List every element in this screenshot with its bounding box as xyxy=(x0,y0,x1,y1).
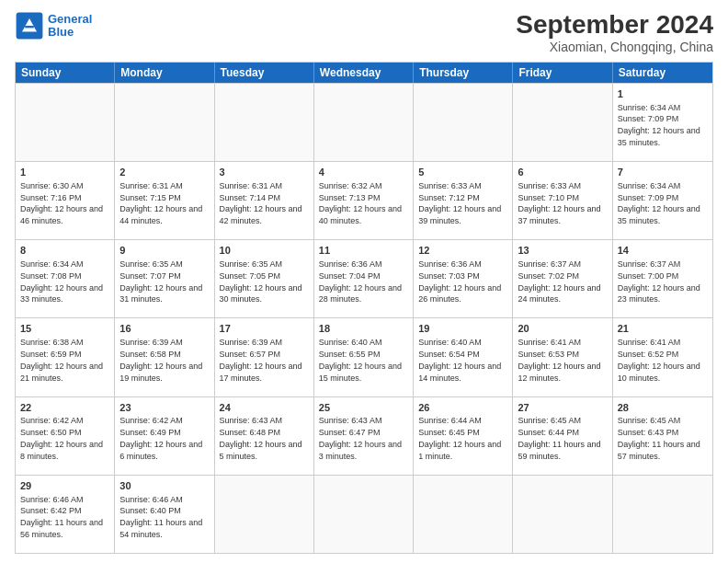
cell-text: Sunrise: 6:32 AMSunset: 7:13 PMDaylight:… xyxy=(319,181,402,225)
cal-cell-w1-d1: 2Sunrise: 6:31 AMSunset: 7:15 PMDaylight… xyxy=(115,162,214,239)
cal-cell-w1-d0: 1Sunrise: 6:30 AMSunset: 7:16 PMDaylight… xyxy=(16,162,115,239)
cal-cell-w5-d0: 29Sunrise: 6:46 AMSunset: 6:42 PMDayligh… xyxy=(16,476,115,553)
header-monday: Monday xyxy=(115,63,214,83)
day-number: 9 xyxy=(119,244,209,258)
cal-cell-w2-d3: 11Sunrise: 6:36 AMSunset: 7:04 PMDayligh… xyxy=(314,240,414,317)
cell-text: Sunrise: 6:36 AMSunset: 7:04 PMDaylight:… xyxy=(319,259,402,304)
cal-cell-w3-d0: 15Sunrise: 6:38 AMSunset: 6:59 PMDayligh… xyxy=(16,318,115,396)
cell-text: Sunrise: 6:46 AMSunset: 6:42 PMDaylight:… xyxy=(20,495,103,539)
header-wednesday: Wednesday xyxy=(314,63,414,83)
cal-cell-w2-d0: 8Sunrise: 6:34 AMSunset: 7:08 PMDaylight… xyxy=(16,240,115,317)
cal-cell-w5-d4 xyxy=(414,476,513,553)
cal-cell-w5-d1: 30Sunrise: 6:46 AMSunset: 6:40 PMDayligh… xyxy=(115,476,214,553)
day-number: 30 xyxy=(119,479,209,493)
cal-cell-w3-d6: 21Sunrise: 6:41 AMSunset: 6:52 PMDayligh… xyxy=(613,318,712,396)
cell-text: Sunrise: 6:33 AMSunset: 7:12 PMDaylight:… xyxy=(418,181,501,225)
cal-cell-w0-d2 xyxy=(215,84,314,161)
cal-cell-w3-d4: 19Sunrise: 6:40 AMSunset: 6:54 PMDayligh… xyxy=(414,318,513,396)
day-number: 3 xyxy=(220,166,309,179)
cal-cell-w4-d4: 26Sunrise: 6:44 AMSunset: 6:45 PMDayligh… xyxy=(414,397,513,475)
week-row-5: 29Sunrise: 6:46 AMSunset: 6:42 PMDayligh… xyxy=(16,475,712,553)
header: General Blue September 2024 Xiaomian, Ch… xyxy=(15,11,713,54)
day-number: 29 xyxy=(20,479,109,493)
logo-icon xyxy=(15,11,44,40)
day-number: 8 xyxy=(20,244,109,258)
day-number: 1 xyxy=(618,87,708,101)
cal-cell-w2-d2: 10Sunrise: 6:35 AMSunset: 7:05 PMDayligh… xyxy=(215,240,314,317)
cell-text: Sunrise: 6:41 AMSunset: 6:52 PMDaylight:… xyxy=(618,338,700,382)
cell-text: Sunrise: 6:44 AMSunset: 6:45 PMDaylight:… xyxy=(418,416,501,460)
day-number: 13 xyxy=(518,244,607,258)
day-number: 24 xyxy=(220,401,309,415)
cell-text: Sunrise: 6:34 AMSunset: 7:09 PMDaylight:… xyxy=(618,181,700,225)
day-number: 12 xyxy=(418,244,507,258)
logo-general: General xyxy=(48,12,92,26)
cal-cell-w5-d6 xyxy=(613,476,712,553)
calendar-header: Sunday Monday Tuesday Wednesday Thursday… xyxy=(16,63,712,83)
day-number: 5 xyxy=(418,166,507,179)
cell-text: Sunrise: 6:43 AMSunset: 6:48 PMDaylight:… xyxy=(220,416,302,460)
cell-text: Sunrise: 6:43 AMSunset: 6:47 PMDaylight:… xyxy=(319,416,402,460)
day-number: 14 xyxy=(618,244,708,258)
cal-cell-w2-d4: 12Sunrise: 6:36 AMSunset: 7:03 PMDayligh… xyxy=(414,240,513,317)
cell-text: Sunrise: 6:37 AMSunset: 7:00 PMDaylight:… xyxy=(618,259,700,304)
cal-cell-w4-d5: 27Sunrise: 6:45 AMSunset: 6:44 PMDayligh… xyxy=(513,397,612,475)
day-number: 1 xyxy=(20,166,109,179)
page: General Blue September 2024 Xiaomian, Ch… xyxy=(0,0,728,563)
day-number: 22 xyxy=(20,401,109,415)
cell-text: Sunrise: 6:41 AMSunset: 6:53 PMDaylight:… xyxy=(518,338,600,382)
day-number: 6 xyxy=(518,166,607,179)
cell-text: Sunrise: 6:30 AMSunset: 7:16 PMDaylight:… xyxy=(20,181,103,225)
cal-cell-w4-d0: 22Sunrise: 6:42 AMSunset: 6:50 PMDayligh… xyxy=(16,397,115,475)
cal-cell-w1-d4: 5Sunrise: 6:33 AMSunset: 7:12 PMDaylight… xyxy=(414,162,513,239)
day-number: 11 xyxy=(319,244,408,258)
cal-cell-w2-d5: 13Sunrise: 6:37 AMSunset: 7:02 PMDayligh… xyxy=(513,240,612,317)
svg-rect-2 xyxy=(25,26,34,28)
cell-text: Sunrise: 6:39 AMSunset: 6:58 PMDaylight:… xyxy=(119,338,202,382)
day-number: 4 xyxy=(319,166,408,179)
day-number: 2 xyxy=(119,166,209,179)
header-tuesday: Tuesday xyxy=(215,63,314,83)
cal-cell-w1-d6: 7Sunrise: 6:34 AMSunset: 7:09 PMDaylight… xyxy=(613,162,712,239)
header-friday: Friday xyxy=(513,63,612,83)
day-number: 15 xyxy=(20,322,109,336)
day-number: 19 xyxy=(418,322,507,336)
cal-cell-w3-d5: 20Sunrise: 6:41 AMSunset: 6:53 PMDayligh… xyxy=(513,318,612,396)
header-saturday: Saturday xyxy=(613,63,712,83)
day-number: 18 xyxy=(319,322,408,336)
location: Xiaomian, Chongqing, China xyxy=(516,40,713,54)
cal-cell-w0-d4 xyxy=(414,84,513,161)
cell-text: Sunrise: 6:35 AMSunset: 7:05 PMDaylight:… xyxy=(220,259,302,304)
logo: General Blue xyxy=(15,11,92,40)
week-row-0: 1Sunrise: 6:34 AMSunset: 7:09 PMDaylight… xyxy=(16,83,712,161)
cal-cell-w3-d1: 16Sunrise: 6:39 AMSunset: 6:58 PMDayligh… xyxy=(115,318,214,396)
cal-cell-w2-d6: 14Sunrise: 6:37 AMSunset: 7:00 PMDayligh… xyxy=(613,240,712,317)
cal-cell-w3-d3: 18Sunrise: 6:40 AMSunset: 6:55 PMDayligh… xyxy=(314,318,414,396)
day-number: 10 xyxy=(220,244,309,258)
cell-text: Sunrise: 6:36 AMSunset: 7:03 PMDaylight:… xyxy=(418,259,501,304)
cell-text: Sunrise: 6:34 AMSunset: 7:08 PMDaylight:… xyxy=(20,259,103,304)
cal-cell-w2-d1: 9Sunrise: 6:35 AMSunset: 7:07 PMDaylight… xyxy=(115,240,214,317)
cell-text: Sunrise: 6:34 AMSunset: 7:09 PMDaylight:… xyxy=(618,103,700,147)
day-number: 7 xyxy=(618,166,708,179)
cal-cell-w1-d3: 4Sunrise: 6:32 AMSunset: 7:13 PMDaylight… xyxy=(314,162,414,239)
month-title: September 2024 xyxy=(516,11,713,40)
week-row-3: 15Sunrise: 6:38 AMSunset: 6:59 PMDayligh… xyxy=(16,317,712,396)
cell-text: Sunrise: 6:46 AMSunset: 6:40 PMDaylight:… xyxy=(119,495,202,539)
calendar-body: 1Sunrise: 6:34 AMSunset: 7:09 PMDaylight… xyxy=(16,83,712,553)
cell-text: Sunrise: 6:38 AMSunset: 6:59 PMDaylight:… xyxy=(20,338,103,382)
cell-text: Sunrise: 6:40 AMSunset: 6:55 PMDaylight:… xyxy=(319,338,402,382)
day-number: 16 xyxy=(119,322,209,336)
day-number: 28 xyxy=(618,401,708,415)
logo-text: General Blue xyxy=(48,13,92,40)
day-number: 17 xyxy=(220,322,309,336)
week-row-2: 8Sunrise: 6:34 AMSunset: 7:08 PMDaylight… xyxy=(16,239,712,317)
cell-text: Sunrise: 6:42 AMSunset: 6:50 PMDaylight:… xyxy=(20,416,103,460)
cal-cell-w5-d3 xyxy=(314,476,414,553)
day-number: 20 xyxy=(518,322,607,336)
cell-text: Sunrise: 6:31 AMSunset: 7:14 PMDaylight:… xyxy=(220,181,302,225)
cal-cell-w0-d5 xyxy=(513,84,612,161)
cal-cell-w0-d1 xyxy=(115,84,214,161)
day-number: 21 xyxy=(618,322,708,336)
cal-cell-w4-d6: 28Sunrise: 6:45 AMSunset: 6:43 PMDayligh… xyxy=(613,397,712,475)
